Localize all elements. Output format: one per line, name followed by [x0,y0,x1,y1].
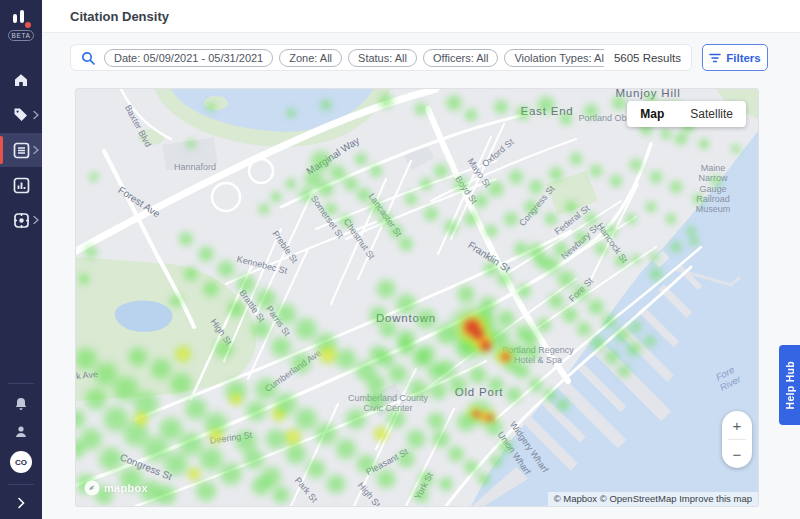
heat-point [628,157,644,173]
heat-point [504,385,524,405]
sidebar-item-permits[interactable] [0,98,42,132]
filter-chips: Date: 05/09/2021 - 05/31/2021Zone: AllSt… [104,49,604,67]
heat-point [482,260,500,278]
map-style-toggle: Map Satellite [627,101,746,127]
map-canvas[interactable]: Munjoy HillEast EndPortland ObservatoryM… [75,88,759,507]
map-style-map-button[interactable]: Map [627,101,677,127]
heat-point [270,484,292,506]
home-icon [13,72,29,88]
attribution-mapbox-link[interactable]: © Mapbox [554,493,597,504]
heat-point [83,244,99,260]
heat-point [669,240,683,254]
avatar[interactable]: CO [10,451,32,473]
heat-point [182,265,200,283]
divider [8,383,34,384]
search-icon [81,51,95,65]
map-attribution: © Mapbox © OpenStreetMap Improve this ma… [548,492,758,506]
bell-icon[interactable] [13,396,29,412]
heat-point [730,143,742,155]
app-logo[interactable] [11,9,31,28]
page-title: Citation Density [42,0,800,24]
sidebar-item-home[interactable] [0,63,42,97]
heat-point [374,467,398,491]
heat-point [588,163,604,179]
profile-icon[interactable] [13,424,29,440]
filter-chip[interactable]: Officers: All [423,49,498,67]
heat-point [573,229,589,245]
logo-bar [20,10,24,23]
heat-point [583,211,599,227]
sidebar-item-enforcement[interactable] [0,203,42,237]
chevron-right-icon [33,216,39,225]
logo-dot [25,22,31,28]
expand-sidebar-chevron-icon[interactable] [17,497,25,509]
filter-chip[interactable]: Zone: All [279,49,342,67]
heat-point [126,345,150,369]
heat-point [288,350,314,376]
heat-point [486,375,506,395]
sidebar-item-citations[interactable] [0,133,42,167]
help-hub-button[interactable]: Help Hub [779,345,800,425]
heat-point [196,244,216,264]
mapbox-logo[interactable]: mapbox [84,480,148,496]
heat-point [463,107,479,123]
heat-point [353,151,369,167]
page-header: Citation Density [42,0,800,33]
sidebar-bottom: CO [0,377,42,515]
heat-point [486,414,494,422]
heat-point [527,178,545,196]
zoom-in-button[interactable]: + [722,411,752,439]
filter-chip[interactable]: Violation Types: All [504,49,603,67]
chevron-right-icon [33,111,39,120]
help-hub-label: Help Hub [784,361,796,409]
heat-point [643,334,657,348]
citations-icon [13,142,30,159]
sidebar-nav [0,63,42,237]
filter-chip[interactable]: Status: All [348,49,417,67]
logo-bar [13,14,17,23]
heat-point [338,213,354,229]
filter-row: Date: 05/09/2021 - 05/31/2021Zone: AllSt… [70,44,768,71]
heat-point [492,98,510,116]
heat-point [575,320,593,338]
heat-point [502,353,510,361]
heat-point [432,162,450,180]
filter-chip[interactable]: Date: 05/09/2021 - 05/31/2021 [104,49,273,67]
heat-point [167,370,195,398]
heat-point [354,452,378,476]
heat-point [648,266,664,282]
heat-point [488,453,504,469]
heat-point [664,212,678,226]
heat-point [447,374,469,396]
attribution-improve-link[interactable]: Improve this map [679,493,752,504]
heat-point [568,151,584,167]
sidebar-item-reports[interactable] [0,168,42,202]
filters-button[interactable]: Filters [702,44,768,71]
heat-point [168,293,184,309]
heat-point [472,410,480,418]
heat-point [514,104,532,122]
heat-point [709,174,723,188]
heat-point [668,179,684,195]
heat-point [472,192,490,210]
heat-point [697,137,711,151]
map-style-satellite-button[interactable]: Satellite [677,101,746,127]
tag-icon [13,107,29,123]
attribution-osm-link[interactable]: © OpenStreetMap [600,493,677,504]
heat-point [648,169,664,185]
heat-point [249,317,273,341]
heat-point [547,165,565,183]
filter-bar[interactable]: Date: 05/09/2021 - 05/31/2021Zone: AllSt… [70,44,692,71]
heat-point [284,177,298,191]
heat-point [228,391,244,407]
heat-point [437,475,455,493]
heat-point [317,344,339,366]
heat-point [444,93,464,113]
heat-point [502,210,520,228]
heat-point [648,251,660,263]
filters-button-label: Filters [726,52,761,64]
heat-point [205,101,217,113]
map-zoom-control: + − [722,411,752,468]
heat-point [497,438,515,456]
heat-point [411,485,431,505]
